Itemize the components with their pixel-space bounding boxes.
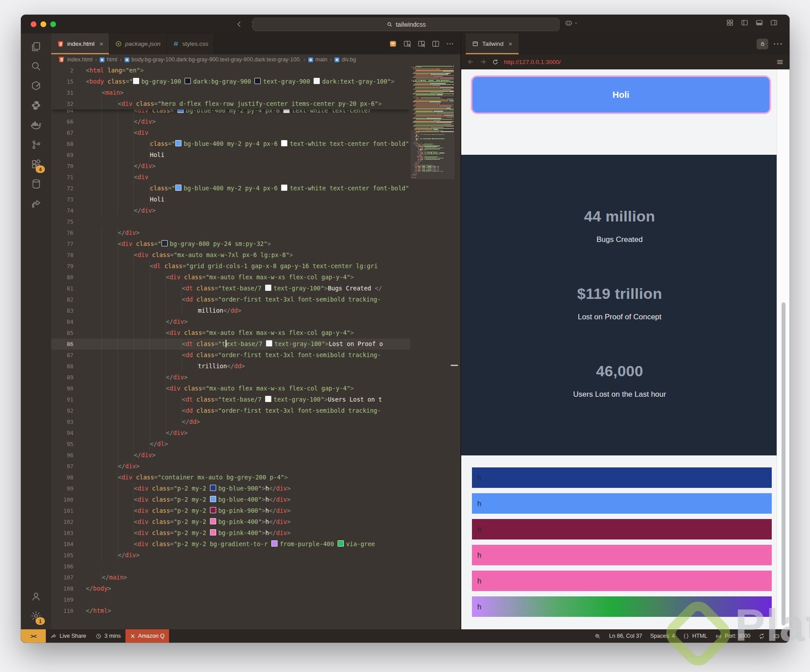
- tab-tailwind[interactable]: Tailwind ×: [466, 33, 519, 54]
- code-line-91[interactable]: 91<dt class="text-base/7 text-gray-100">…: [51, 394, 410, 405]
- code-line-87[interactable]: 87<dd class="order-first text-3xl font-s…: [51, 350, 410, 361]
- split-search-icon[interactable]: [403, 40, 411, 48]
- code-line-79[interactable]: 79<dl class="grid grid-cols-1 gap-x-8 ga…: [51, 261, 410, 272]
- activity-share-button[interactable]: [26, 193, 46, 213]
- copilot-menu-button[interactable]: [564, 19, 578, 27]
- minimize-window-button[interactable]: [40, 21, 46, 27]
- breadcrumb[interactable]: index.html›html›body.bg-gray-100.dark:bg…: [51, 54, 460, 65]
- status-sync[interactable]: [754, 629, 769, 643]
- status-live-share[interactable]: Live Share: [46, 629, 91, 643]
- code-line-67[interactable]: 67<div: [51, 127, 410, 138]
- scrollbar-thumb[interactable]: [782, 302, 786, 625]
- breadcrumb-item[interactable]: index.html: [58, 56, 93, 63]
- split-search-icon[interactable]: [417, 40, 426, 48]
- code-line-70[interactable]: 70</div>: [51, 161, 410, 172]
- code-line-72[interactable]: 72class="bg-blue-400 my-2 py-4 px-6 text…: [51, 183, 410, 194]
- code-line-76[interactable]: 76</div>: [51, 227, 410, 238]
- code-line-97[interactable]: 97</div>: [51, 461, 410, 472]
- code-line-96[interactable]: 96</div>: [51, 450, 410, 461]
- more-actions-icon[interactable]: ···: [774, 40, 783, 48]
- code-line-93[interactable]: 93</dd>: [51, 416, 410, 427]
- activity-account-button[interactable]: [26, 587, 46, 606]
- code-line-109[interactable]: 109: [51, 594, 410, 605]
- code-line-81[interactable]: 81<dt class="text-base/7 text-gray-100">…: [51, 283, 410, 294]
- activity-python-button[interactable]: [26, 96, 46, 115]
- close-icon[interactable]: ×: [100, 40, 104, 48]
- zoom-window-button[interactable]: [50, 21, 56, 27]
- code-line-98[interactable]: 98<div class="container mx-auto bg-grey-…: [51, 472, 410, 483]
- code-line-88[interactable]: 88trillion</dd>: [51, 361, 410, 372]
- code-line-90[interactable]: 90<div class="mx-auto flex max-w-xs flex…: [51, 383, 410, 394]
- status-zoom-plus[interactable]: [590, 629, 605, 643]
- code-line-77[interactable]: 77<div class="bg-gray-800 py-24 sm:py-32…: [51, 238, 410, 249]
- code-line-106[interactable]: 106: [51, 561, 410, 572]
- pane-resize-handle[interactable]: [451, 365, 458, 366]
- sidebar-left-icon[interactable]: [741, 19, 749, 27]
- code-line-66[interactable]: 66</div>: [51, 116, 410, 127]
- menu-icon[interactable]: [776, 58, 784, 66]
- status-ln-86-col-37[interactable]: Ln 86, Col 37: [605, 629, 646, 643]
- code-line-89[interactable]: 89</div>: [51, 372, 410, 383]
- code-line-107[interactable]: 107</main>: [51, 572, 410, 583]
- preview-url-input[interactable]: http://127.0.0.1:3000/: [504, 59, 771, 65]
- activity-settings-button[interactable]: 1: [26, 606, 46, 626]
- split-editor-icon[interactable]: [431, 40, 440, 48]
- code-line-95[interactable]: 95</dl>: [51, 439, 410, 450]
- activity-docker-button[interactable]: [26, 115, 46, 135]
- code-line-86[interactable]: 86<dt class="text-base/7 text-gray-100">…: [51, 338, 410, 350]
- status-spaces-4[interactable]: Spaces: 4: [646, 629, 679, 643]
- code-line-84[interactable]: 84</div>: [51, 316, 410, 327]
- code-line-103[interactable]: 103<div class="p-2 my-2 bg-pink-400">h</…: [51, 527, 410, 539]
- activity-database-button[interactable]: [26, 174, 46, 193]
- code-editor[interactable]: 2<html lang="en">15<body class="bg-gray-…: [51, 65, 410, 629]
- close-window-button[interactable]: [31, 21, 36, 27]
- code-line-75[interactable]: 75: [51, 216, 410, 227]
- code-line-64[interactable]: 64<div class="bg-blue-400 my-2 py-4 px-6…: [51, 109, 410, 116]
- sidebar-right-icon[interactable]: [770, 19, 778, 27]
- code-line-104[interactable]: 104<div class="p-2 my-2 bg-gradient-to-r…: [51, 539, 410, 550]
- code-line-31[interactable]: 31<main>: [51, 87, 410, 98]
- status-copilot[interactable]: [769, 629, 784, 643]
- code-line-69[interactable]: 69Holi: [51, 149, 410, 161]
- lock-button[interactable]: [757, 39, 768, 49]
- code-line-83[interactable]: 83million</dd>: [51, 305, 410, 316]
- code-line-78[interactable]: 78<div class="mx-auto max-w-7xl px-6 lg:…: [51, 249, 410, 261]
- preview-back-icon[interactable]: [467, 58, 474, 65]
- code-line-71[interactable]: 71<div: [51, 172, 410, 183]
- breadcrumb-item[interactable]: main: [308, 56, 327, 63]
- tab-styles.css[interactable]: styles.css: [167, 33, 215, 54]
- tab-index.html[interactable]: index.html×: [51, 33, 109, 54]
- browser-preview-icon[interactable]: [389, 40, 397, 48]
- code-line-32[interactable]: 32<div class="hero d-flex flex-row justi…: [51, 98, 410, 109]
- code-line-68[interactable]: 68class="bg-blue-400 my-2 py-4 px-6 text…: [51, 138, 410, 149]
- tab-package.json[interactable]: package.json: [109, 33, 167, 54]
- reload-icon[interactable]: [492, 59, 499, 65]
- status-port-3000[interactable]: Port: 3000: [711, 629, 754, 643]
- history-back-icon[interactable]: [233, 18, 245, 30]
- status-amazon-q[interactable]: Amazon Q: [125, 629, 169, 643]
- code-line-80[interactable]: 80<div class="mx-auto flex max-w-xs flex…: [51, 272, 410, 283]
- code-line-100[interactable]: 100<div class="p-2 my-2 bg-blue-400">h</…: [51, 494, 410, 505]
- activity-explorer-button[interactable]: [26, 37, 46, 56]
- command-search-input[interactable]: tailwindcss: [253, 18, 560, 31]
- code-line-2[interactable]: 2<html lang="en">: [51, 65, 410, 76]
- code-line-82[interactable]: 82<dd class="order-first text-3xl font-s…: [51, 294, 410, 305]
- code-line-108[interactable]: 108</body>: [51, 583, 410, 594]
- status-3-mins[interactable]: 3 mins: [91, 629, 125, 643]
- code-line-92[interactable]: 92<dd class="order-first text-3xl font-s…: [51, 405, 410, 416]
- code-line-101[interactable]: 101<div class="p-2 my-2 bg-pink-900">h</…: [51, 505, 410, 516]
- minimap-slider[interactable]: [411, 130, 455, 179]
- activity-hexagon-button[interactable]: [26, 76, 46, 96]
- breadcrumb-item[interactable]: html: [100, 56, 117, 63]
- code-line-105[interactable]: 105</div>: [51, 550, 410, 561]
- code-line-85[interactable]: 85<div class="mx-auto flex max-w-xs flex…: [51, 327, 410, 338]
- activity-search-button[interactable]: [26, 56, 46, 76]
- grid-icon[interactable]: [726, 19, 734, 27]
- preview-scrollbar[interactable]: [777, 69, 790, 629]
- preview-forward-icon[interactable]: [480, 58, 487, 65]
- code-line-74[interactable]: 74</div>: [51, 205, 410, 216]
- close-icon[interactable]: ×: [508, 40, 512, 48]
- breadcrumb-item[interactable]: div.bg: [334, 56, 356, 63]
- remote-indicator[interactable]: ><: [21, 629, 46, 643]
- code-line-99[interactable]: 99<div class="p-2 my-2 bg-blue-900">h</d…: [51, 483, 410, 494]
